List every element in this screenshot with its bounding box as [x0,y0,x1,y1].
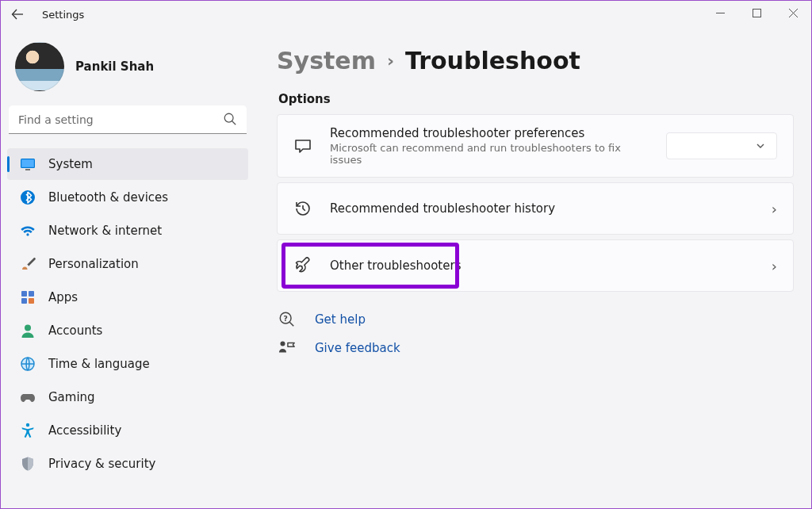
svg-rect-0 [753,9,760,17]
bluetooth-icon [20,189,36,205]
svg-point-10 [25,325,31,331]
sidebar-item-accounts[interactable]: Accounts [7,315,248,346]
chevron-right-icon: › [772,201,777,217]
game-icon [20,389,36,405]
options-list: Recommended troubleshooter preferencesMi… [277,114,794,292]
avatar [15,42,64,91]
sidebar-item-gaming[interactable]: Gaming [7,381,248,413]
window-title: Settings [42,9,84,21]
svg-rect-8 [21,298,27,304]
option-title: Recommended troubleshooter history [330,201,754,216]
maximize-button[interactable] [738,1,775,25]
sidebar-item-label: Time & language [48,357,150,371]
give-feedback-label: Give feedback [315,341,400,355]
back-button[interactable] [4,1,31,28]
svg-point-1 [224,113,233,122]
breadcrumb-parent[interactable]: System [277,47,376,75]
pref-dropdown[interactable] [666,132,777,159]
search-input[interactable] [9,105,247,134]
sidebar-item-label: Bluetooth & devices [48,190,168,205]
profile[interactable]: Pankil Shah [15,42,247,91]
comment-icon [293,136,312,155]
option-desc: Microsoft can recommend and run troubles… [330,142,649,166]
sidebar-item-label: Privacy & security [48,457,155,471]
option-pref[interactable]: Recommended troubleshooter preferencesMi… [277,114,794,178]
option-title: Other troubleshooters [330,258,754,273]
svg-rect-9 [29,298,34,304]
svg-rect-3 [21,159,34,167]
sidebar-item-label: System [48,157,93,171]
sidebar-item-label: Gaming [48,390,95,404]
section-title: Options [278,92,794,106]
titlebar: Settings [1,1,811,28]
option-history[interactable]: Recommended troubleshooter history› [277,182,794,235]
shield-icon [20,456,36,472]
minimize-button[interactable] [702,1,738,25]
sidebar-item-label: Personalization [48,257,139,271]
sidebar-item-personalize[interactable]: Personalization [7,248,248,280]
svg-rect-7 [29,291,34,297]
globe-icon [20,356,36,372]
search [9,105,247,134]
sidebar-item-label: Network & internet [48,224,162,238]
chevron-down-icon [756,141,765,151]
sidebar-item-privacy[interactable]: Privacy & security [7,448,248,480]
svg-rect-4 [25,169,30,170]
nav: SystemBluetooth & devicesNetwork & inter… [7,148,248,480]
wrench-icon [293,256,312,275]
feedback-icon [278,339,296,357]
chevron-right-icon: › [772,258,777,274]
sidebar-item-system[interactable]: System [7,148,248,180]
help-icon: ? [278,311,296,328]
footer-links: ? Get help Give feedback [277,311,794,357]
sidebar-item-label: Accessibility [48,423,121,438]
sidebar-item-network[interactable]: Network & internet [7,215,248,247]
sidebar-item-accessibility[interactable]: Accessibility [7,415,248,446]
sidebar-item-label: Apps [48,290,78,304]
svg-rect-6 [21,291,27,297]
sidebar-item-apps[interactable]: Apps [7,281,248,313]
search-icon [223,112,237,126]
system-icon [20,156,36,172]
window-controls [702,1,811,25]
option-other[interactable]: Other troubleshooters› [277,239,794,292]
sidebar-item-bluetooth[interactable]: Bluetooth & devices [7,182,248,213]
close-button[interactable] [775,1,811,25]
apps-icon [20,289,36,305]
sidebar: Pankil Shah SystemBluetooth & devicesNet… [1,28,255,508]
sidebar-item-label: Accounts [48,323,102,338]
svg-text:?: ? [284,314,288,323]
breadcrumb-current: Troubleshoot [405,47,580,75]
profile-name: Pankil Shah [75,59,154,74]
history-icon [293,199,312,218]
access-icon [20,423,36,438]
get-help-label: Get help [315,312,366,327]
give-feedback-link[interactable]: Give feedback [277,339,794,357]
sidebar-item-time[interactable]: Time & language [7,348,248,380]
main: System › Troubleshoot Options Recommende… [255,28,811,508]
back-arrow-icon [11,8,24,21]
get-help-link[interactable]: ? Get help [277,311,794,328]
wifi-icon [20,223,36,239]
svg-point-15 [280,341,285,346]
breadcrumb: System › Troubleshoot [277,47,794,75]
person-icon [20,323,36,339]
svg-point-12 [26,423,29,427]
option-title: Recommended troubleshooter preferences [330,126,649,140]
chevron-right-icon: › [387,51,394,71]
brush-icon [20,256,36,272]
